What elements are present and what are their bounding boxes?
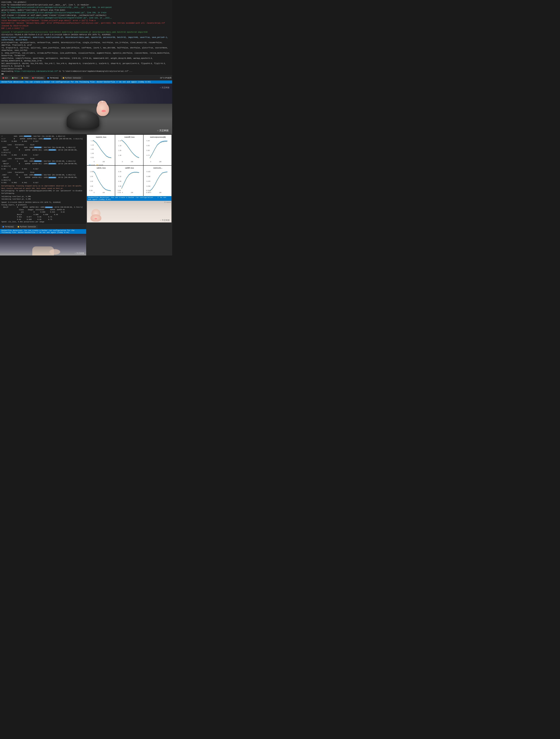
terminal-line: RuntimeError: Dataset 'dataset/data.yaml… [1, 22, 171, 27]
svg-text:0.550: 0.550 [147, 185, 150, 187]
svg-text:0.625: 0.625 [147, 171, 150, 173]
terminal-icon [47, 77, 49, 79]
bottom-tab-python[interactable]: Python Console [16, 225, 37, 229]
terminal-line: (yolov8) F:\AI\weelProject\ultralytics>y… [1, 31, 171, 34]
status-cpu: CPU使用 [165, 77, 171, 79]
fangzheng-logo-right: ○ 方正科技 [160, 219, 170, 221]
tab-terminal-label: Terminal [49, 77, 58, 79]
svg-text:1.00: 1.00 [91, 152, 94, 154]
python-icon [63, 77, 64, 79]
bottom-photo-left: ○ 方正科技 [0, 234, 86, 256]
svg-text:100: 100 [131, 161, 133, 163]
right-notification: Dockerfile detection: You can create a D… [87, 196, 172, 201]
right-notification-text: Dockerfile detection: You can create a D… [88, 196, 166, 200]
svg-text:0: 0 [150, 161, 151, 163]
bottom-python-label: Python Console [20, 226, 36, 228]
bottom-right-panel: train/cls_loss 1.15 1.10 1.05 1.00 0.95 … [86, 134, 172, 256]
fangzheng-logo-left: ○ 方正科技 [75, 252, 84, 254]
pig-bow [102, 110, 106, 112]
problems-icon [32, 77, 34, 79]
tab-terminal[interactable]: Terminal [46, 76, 60, 80]
svg-text:1.00: 1.00 [118, 154, 121, 156]
svg-text:0.600: 0.600 [147, 175, 150, 177]
photo-background: ○ 方正科技 ○ 方正科技 [0, 84, 172, 134]
bottom-tab-terminal[interactable]: Terminal [1, 225, 15, 229]
svg-text:0.94: 0.94 [118, 171, 121, 173]
svg-text:1.04: 1.04 [90, 175, 93, 177]
tab-git[interactable]: Git [1, 76, 10, 80]
svg-text:100: 100 [159, 192, 161, 193]
photo-section: ○ 方正科技 ○ 方正科技 [0, 84, 172, 134]
bottom-section: 4 640: 100%|| 342/342 [01:24<00:00, 4.05… [0, 134, 172, 256]
svg-text:100: 100 [103, 161, 105, 163]
terminal-line: exec(code, run_globals) [1, 1, 171, 4]
run-icon [12, 77, 13, 79]
terminal-line: bel_smoothing=0.0, nbs=64, hsv_h=0.015, … [1, 62, 171, 68]
svg-text:1.00: 1.00 [90, 185, 93, 187]
bottom-right-photo: ○ 方正科技 彩 ♦ ■ ■ ■ [87, 201, 172, 223]
svg-text:0: 0 [122, 161, 123, 163]
chart-title-train-cls: train/cls_loss [89, 136, 114, 138]
svg-text:1.10: 1.10 [118, 145, 121, 147]
svg-text:0: 0 [122, 192, 123, 193]
bottom-notification: Dockerfile detection: You can create a D… [0, 229, 86, 234]
tab-problems-label: Problems [34, 77, 43, 79]
svg-text:100: 100 [159, 161, 161, 163]
terminal-line: =4, dropout=0.0, val=True, split=val, sa… [1, 47, 171, 52]
tab-todo[interactable]: TODO [20, 76, 30, 80]
svg-text:1.05: 1.05 [118, 150, 121, 152]
tab-python-label: Python Console [65, 77, 81, 79]
svg-text:1.06: 1.06 [90, 171, 93, 173]
chart-train-dfl-loss: train/dfl_loss 1.15 1.10 1.05 1.00 100 0 [115, 135, 143, 165]
terminal-line: EOF (_ssl.c:1131)'))) [1, 27, 171, 30]
watermark-brand: 方正科技 [162, 87, 170, 89]
terminal-line: File "D:\Anaconda3\envs\yolov8\Lib\site-… [1, 17, 171, 19]
terminal-line: engine\trainer: task=detect, mode=train,… [1, 36, 171, 41]
svg-text:0.575: 0.575 [147, 180, 150, 182]
pig-body [97, 103, 109, 116]
svg-text:0.80: 0.80 [147, 150, 150, 152]
chart-train-cls-loss: train/cls_loss 1.15 1.10 1.05 1.00 0.95 … [87, 135, 115, 165]
svg-text:0.88: 0.88 [118, 185, 121, 187]
svg-text:0.75: 0.75 [147, 154, 150, 156]
svg-text:1.02: 1.02 [90, 180, 93, 182]
svg-text:0.500: 0.500 [146, 192, 150, 193]
chart-map50: metrics/m... 0.625 0.600 0.575 0.550 0.5… [144, 166, 171, 196]
svg-text:0: 0 [94, 192, 94, 193]
bottom-terminal-label: Terminal [5, 226, 14, 228]
svg-text:100: 100 [131, 192, 133, 193]
terminal-line: getattr(model, mode)(**overrides) # defa… [1, 9, 171, 12]
tab-problems[interactable]: Problems [30, 76, 45, 80]
svg-text:0.86: 0.86 [118, 189, 121, 191]
svg-text:1.05: 1.05 [91, 148, 94, 150]
speaker-device [67, 111, 99, 129]
terminal-line: e, show_conf=True, vid_stride=1, stream_… [1, 52, 171, 57]
bottom-python-icon [18, 226, 19, 228]
terminal-line: File "D:\Anaconda3\envs\yolov8\Scripts\y… [1, 4, 171, 6]
svg-text:0.98: 0.98 [89, 189, 92, 191]
terminal-line: =runs\detect\train9 [1, 68, 171, 70]
terminal-line: pretrained=True, optimizer=auto, verbose… [1, 41, 171, 47]
watermark-top: ○ 方正科技 [160, 86, 170, 89]
terminal-line-download: Downloading https://ultralytics.com/asse… [1, 70, 171, 73]
chart-val-cls-loss: val/cls_loss 1.06 1.04 1.02 1.00 0.98 10… [87, 166, 115, 196]
notification-text: Dockerfile detection: You can create a D… [1, 81, 151, 83]
svg-text:0.90: 0.90 [118, 180, 121, 182]
chart-title-val-cls: val/cls_loss [89, 167, 114, 169]
terminal-line: raise RuntimeError(emojis(f"Dataset '{cl… [1, 19, 171, 22]
chart-title-train-dfl: train/dfl_loss [117, 136, 142, 138]
chart-precision: metrics/precision(B) 0.90 0.85 0.80 0.75… [144, 135, 171, 165]
svg-text:0: 0 [94, 161, 94, 163]
right-status-icons: 彩 ♦ ■ ■ ■ [164, 201, 171, 203]
right-bottom-area: Dockerfile detection: You can create a D… [87, 196, 172, 223]
tab-run[interactable]: Run [10, 76, 19, 80]
top-terminal-section: exec(code, run_globals) File "D:\Anacond… [0, 0, 172, 84]
charts-grid: train/cls_loss 1.15 1.10 1.05 1.00 0.95 … [87, 135, 172, 196]
bottom-terminal-output: 4 640: 100%|| 342/342 [01:24<00:00, 4.05… [0, 134, 86, 225]
tab-python-console[interactable]: Python Console [61, 76, 82, 80]
chart-legend: results smooth [89, 164, 114, 165]
todo-icon [22, 77, 23, 79]
svg-text:1.15: 1.15 [118, 140, 121, 142]
terminal-line: namic=False, simplify=False, opset=None,… [1, 57, 171, 62]
terminal-line: self.trainer = (trainer or self.smart_lo… [1, 14, 171, 17]
